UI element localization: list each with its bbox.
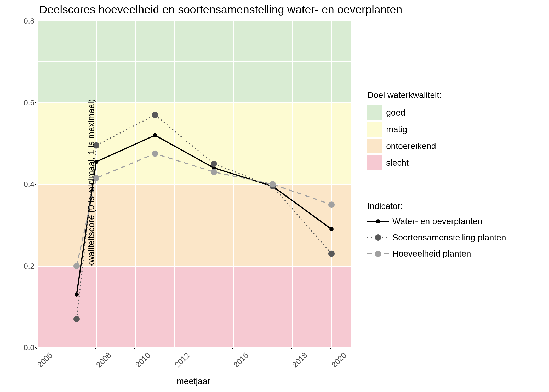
series-point — [270, 181, 276, 187]
y-tick-mark — [35, 266, 36, 266]
y-tick-mark — [35, 21, 36, 21]
legend-swatch — [367, 155, 382, 170]
x-tick-mark — [95, 348, 96, 349]
line-layer — [37, 21, 351, 348]
y-tick-mark — [35, 184, 36, 185]
y-tick-label: 0.8 — [24, 16, 35, 25]
y-tick-label: 0.6 — [24, 98, 35, 107]
series-line — [77, 135, 331, 295]
series-point — [328, 251, 335, 257]
legend-label: ontoereikend — [386, 141, 436, 151]
y-tick-mark — [35, 102, 36, 103]
y-tick-label: 0.0 — [24, 343, 35, 352]
svg-point-5 — [375, 251, 381, 257]
series-point — [153, 133, 157, 137]
series-point — [73, 316, 80, 322]
y-tick-label: 0.4 — [24, 180, 35, 189]
legend-quality-item: goed — [367, 105, 442, 120]
x-tick-label: 2018 — [290, 351, 309, 369]
x-tick-mark — [174, 348, 174, 349]
y-tick-label: 0.2 — [24, 262, 35, 270]
legend-label: Soortensamenstelling planten — [392, 233, 506, 243]
series-point — [75, 292, 79, 297]
legend-label: Water- en oeverplanten — [392, 216, 482, 226]
series-point — [211, 169, 217, 175]
legend-indicator-item: Soortensamenstelling planten — [367, 233, 506, 243]
x-tick-label: 2005 — [36, 351, 54, 369]
chart-container: Deelscores hoeveelheid en soortensamenst… — [0, 0, 549, 392]
svg-point-1 — [376, 219, 380, 223]
legend-quality-item: ontoereikend — [367, 139, 442, 153]
legend-line-sample — [367, 250, 389, 258]
legend-quality-title: Doel waterkwaliteit: — [367, 90, 442, 100]
legend-indicator-item: Hoeveelheid planten — [367, 249, 506, 259]
legend-label: slecht — [386, 158, 409, 168]
chart-title: Deelscores hoeveelheid en soortensamenst… — [39, 3, 402, 16]
legend-quality: Doel waterkwaliteit: goedmatigontoereike… — [367, 90, 442, 172]
legend-line-sample — [367, 234, 389, 241]
legend-label: Hoeveelheid planten — [392, 249, 471, 259]
series-point — [152, 151, 158, 157]
x-tick-label: 2010 — [134, 351, 152, 369]
series-point — [329, 227, 334, 231]
legend-swatch — [367, 105, 382, 120]
legend-quality-item: matig — [367, 122, 442, 137]
x-tick-label: 2020 — [330, 351, 348, 369]
legend-swatch — [367, 122, 382, 137]
series-point — [211, 161, 217, 167]
legend-label: matig — [386, 124, 407, 134]
x-tick-label: 2008 — [94, 351, 113, 369]
legend-indicator-title: Indicator: — [367, 201, 506, 211]
x-tick-mark — [134, 348, 135, 349]
series-point — [73, 263, 80, 269]
legend-quality-item: slecht — [367, 155, 442, 170]
x-tick-label: 2012 — [173, 351, 191, 369]
x-tick-mark — [36, 348, 37, 349]
y-tick-mark — [35, 347, 36, 348]
plot-area — [37, 21, 351, 348]
legend-indicator-item: Water- en oeverplanten — [367, 216, 506, 226]
x-tick-label: 2015 — [232, 351, 250, 369]
series-line — [77, 115, 331, 319]
legend-label: goed — [386, 108, 405, 118]
x-tick-mark — [330, 348, 331, 349]
series-line — [77, 154, 331, 266]
legend-line-sample — [367, 217, 389, 225]
legend-indicator: Indicator: Water- en oeverplantenSoorten… — [367, 201, 506, 265]
series-point — [152, 112, 158, 118]
y-axis-label: kwaliteitscore (0 is minimaal, 1 is maxi… — [86, 99, 96, 267]
svg-point-3 — [375, 234, 381, 241]
x-axis-label: meetjaar — [177, 376, 210, 386]
legend-swatch — [367, 139, 382, 153]
x-tick-mark — [232, 348, 233, 349]
series-point — [328, 201, 335, 208]
x-tick-mark — [291, 348, 292, 349]
